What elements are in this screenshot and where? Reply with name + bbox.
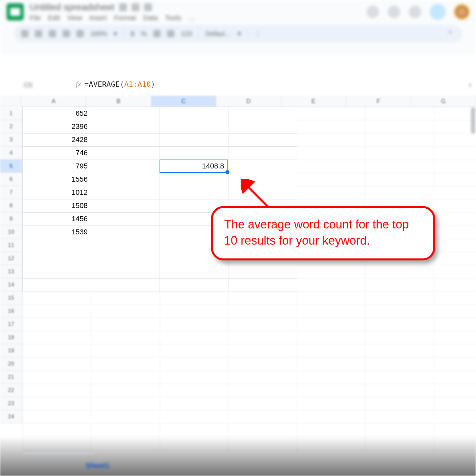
row-header-7[interactable]: 7 — [0, 186, 22, 199]
row-header-11[interactable]: 11 — [0, 239, 22, 252]
undo-icon[interactable] — [35, 30, 42, 37]
format-currency[interactable]: $ — [131, 30, 134, 38]
spreadsheet-grid[interactable]: ABCDEFG 12345678910111213141516171819202… — [0, 96, 476, 476]
menu-edit[interactable]: Edit — [48, 14, 60, 22]
menu-tools[interactable]: Tools — [165, 14, 181, 22]
row-header-4[interactable]: 4 — [0, 146, 22, 160]
col-header-C[interactable]: C — [151, 96, 216, 107]
menu-insert[interactable]: Insert — [89, 14, 107, 22]
fill-handle[interactable] — [225, 170, 229, 174]
star-icon[interactable] — [119, 3, 127, 11]
account-avatar[interactable] — [454, 4, 469, 19]
search-icon[interactable] — [21, 30, 28, 37]
font-select[interactable]: Defaul… — [205, 30, 231, 38]
cell-A8[interactable]: 1508 — [22, 199, 91, 212]
name-box[interactable]: C5 — [0, 81, 52, 89]
row-header-8[interactable]: 8 — [0, 199, 22, 212]
horizontal-scrollbar[interactable] — [23, 450, 96, 454]
vertical-scrollbar[interactable] — [471, 107, 475, 134]
row-header-15[interactable]: 15 — [0, 291, 22, 305]
collapse-toolbar-icon[interactable]: ⌃ — [447, 30, 453, 38]
bottom-vignette — [0, 436, 476, 476]
meet-icon[interactable] — [409, 6, 421, 18]
col-header-F[interactable]: F — [346, 96, 411, 107]
sheet-tab[interactable]: Sheet1 — [86, 461, 109, 470]
toolbar: 100%▾ $ % 123 Defaul…▾ ⋮ ⌃ — [14, 25, 462, 42]
formula-text[interactable]: =AVERAGE(A1:A10) — [84, 80, 155, 88]
formula-bar[interactable]: fx =AVERAGE(A1:A10) — [74, 77, 159, 91]
row-header-9[interactable]: 9 — [0, 212, 22, 225]
format-percent[interactable]: % — [141, 30, 147, 38]
app-header: Untitled spreadsheet File Edit View Inse… — [0, 0, 476, 54]
selected-cell[interactable]: 1408.8 — [160, 160, 228, 173]
cell-A9[interactable]: 1456 — [22, 212, 91, 225]
paint-format-icon[interactable] — [76, 30, 84, 37]
row-header-17[interactable]: 17 — [0, 318, 22, 331]
col-header-G[interactable]: G — [411, 96, 476, 107]
cell-A5[interactable]: 795 — [22, 160, 91, 173]
row-header-22[interactable]: 22 — [0, 384, 22, 397]
row-header-14[interactable]: 14 — [0, 278, 22, 291]
row-header-5[interactable]: 5 — [0, 160, 22, 173]
print-icon[interactable] — [63, 30, 70, 37]
row-header-18[interactable]: 18 — [0, 331, 22, 344]
move-icon[interactable] — [132, 3, 139, 11]
select-all-corner[interactable] — [0, 96, 21, 107]
col-header-D[interactable]: D — [216, 96, 281, 107]
selected-cell-value: 1408.8 — [202, 162, 224, 170]
more-tools-icon[interactable]: ⋮ — [254, 30, 261, 38]
row-header-13[interactable]: 13 — [0, 265, 22, 278]
formula-bar-row: C5 ▾ — [0, 78, 476, 92]
row-header-1[interactable]: 1 — [0, 107, 22, 120]
col-header-B[interactable]: B — [86, 96, 151, 107]
cell-A3[interactable]: 2428 — [22, 133, 91, 146]
zoom-select[interactable]: 100% — [90, 30, 107, 38]
cell-A4[interactable]: 746 — [22, 146, 91, 160]
fx-icon: fx — [76, 80, 81, 88]
menu-more[interactable]: … — [189, 14, 195, 22]
row-header-16[interactable]: 16 — [0, 305, 22, 318]
row-headers: 123456789101112131415161718192021222324 — [0, 107, 22, 423]
menu-view[interactable]: View — [67, 14, 82, 22]
share-button[interactable] — [430, 4, 446, 20]
doc-title[interactable]: Untitled spreadsheet — [30, 2, 114, 13]
cell-A1[interactable]: 652 — [22, 107, 91, 120]
annotation-callout: The average word count for the top 10 re… — [211, 206, 435, 260]
row-header-20[interactable]: 20 — [0, 357, 22, 371]
row-header-21[interactable]: 21 — [0, 371, 22, 384]
row-header-2[interactable]: 2 — [0, 120, 22, 133]
format-number[interactable]: 123 — [181, 30, 192, 38]
row-header-12[interactable]: 12 — [0, 252, 22, 265]
decrease-decimal-icon[interactable] — [153, 30, 161, 37]
cloud-icon[interactable] — [144, 3, 152, 11]
row-header-3[interactable]: 3 — [0, 133, 22, 146]
cell-A10[interactable]: 1539 — [22, 225, 91, 239]
row-header-19[interactable]: 19 — [0, 344, 22, 357]
increase-decimal-icon[interactable] — [167, 30, 174, 37]
menu-bar: File Edit View Insert Format Data Tools … — [30, 14, 195, 22]
column-headers: ABCDEFG — [0, 96, 476, 107]
cell-A2[interactable]: 2396 — [22, 120, 91, 133]
menu-file[interactable]: File — [30, 14, 41, 22]
col-header-A[interactable]: A — [21, 96, 86, 107]
cell-A6[interactable]: 1556 — [22, 173, 91, 186]
row-header-10[interactable]: 10 — [0, 225, 22, 239]
history-icon[interactable] — [367, 6, 379, 18]
menu-format[interactable]: Format — [114, 14, 136, 22]
annotation-text: The average word count for the top 10 re… — [224, 218, 409, 247]
data-region: 6522396242874679515561012150814561539 — [22, 107, 297, 291]
comments-icon[interactable] — [388, 6, 400, 18]
menu-data[interactable]: Data — [143, 14, 158, 22]
redo-icon[interactable] — [49, 30, 56, 37]
sheets-logo — [7, 3, 24, 20]
row-header-6[interactable]: 6 — [0, 173, 22, 186]
row-header-24[interactable]: 24 — [0, 410, 22, 423]
row-header-23[interactable]: 23 — [0, 397, 22, 410]
cell-A7[interactable]: 1012 — [22, 186, 91, 199]
col-header-E[interactable]: E — [281, 96, 346, 107]
